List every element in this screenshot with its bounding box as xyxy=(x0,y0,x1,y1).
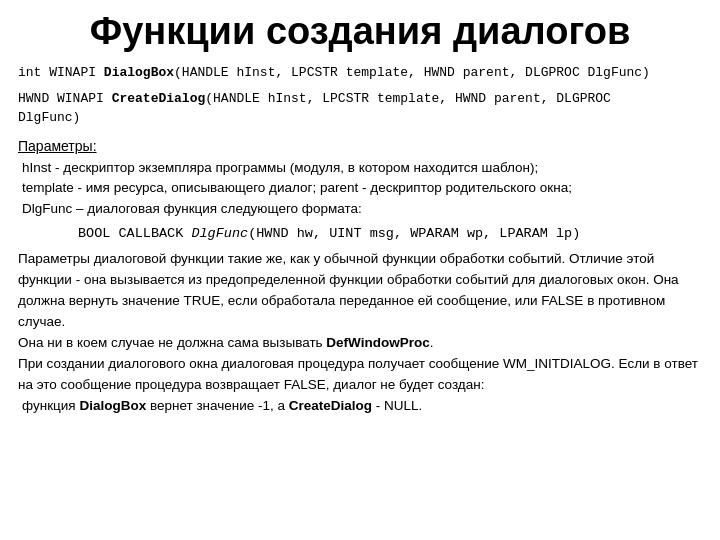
last-suffix: - NULL. xyxy=(372,398,422,413)
code1-prefix: int WINAPI xyxy=(18,65,104,80)
code-block-1: int WINAPI DialogBox(HANDLE hInst, LPCST… xyxy=(18,63,702,83)
params-list: hInst - дескриптор экземпляра программы … xyxy=(22,158,702,221)
param-item-0: hInst - дескриптор экземпляра программы … xyxy=(22,158,702,179)
body-paragraph-2: При создании диалогового окна диалоговая… xyxy=(18,356,698,392)
body-text: Параметры диалоговой функции такие же, к… xyxy=(18,249,702,395)
page-title: Функции создания диалогов xyxy=(18,10,702,53)
last-line: функция DialogBox вернет значение -1, а … xyxy=(22,396,702,417)
code-block-2: HWND WINAPI CreateDialog(HANDLE hInst, L… xyxy=(18,89,702,128)
body-paragraph-1-suffix: . xyxy=(430,335,434,350)
code1-func: DialogBox xyxy=(104,65,174,80)
param-item-1: template - имя ресурса, описывающего диа… xyxy=(22,178,702,199)
last-func2: CreateDialog xyxy=(289,398,372,413)
last-mid: вернет значение -1, а xyxy=(146,398,289,413)
callback-func-name: DlgFunc xyxy=(191,226,248,241)
code1-rest: (HANDLE hInst, LPCSTR template, HWND par… xyxy=(174,65,650,80)
code2-prefix: HWND WINAPI xyxy=(18,91,112,106)
params-heading: Параметры: xyxy=(18,138,702,154)
callback-line: BOOL CALLBACK DlgFunc(HWND hw, UINT msg,… xyxy=(78,226,702,241)
last-line-prefix: функция xyxy=(22,398,79,413)
code2-func: CreateDialog xyxy=(112,91,206,106)
body-paragraph-0: Параметры диалоговой функции такие же, к… xyxy=(18,251,679,329)
body-paragraph-1-prefix: Она ни в коем случае не должна сама вызы… xyxy=(18,335,326,350)
last-func1: DialogBox xyxy=(79,398,146,413)
defwindowproc-bold: DefWindowProc xyxy=(326,335,429,350)
param-item-2: DlgFunc – диалоговая функция следующего … xyxy=(22,199,702,220)
